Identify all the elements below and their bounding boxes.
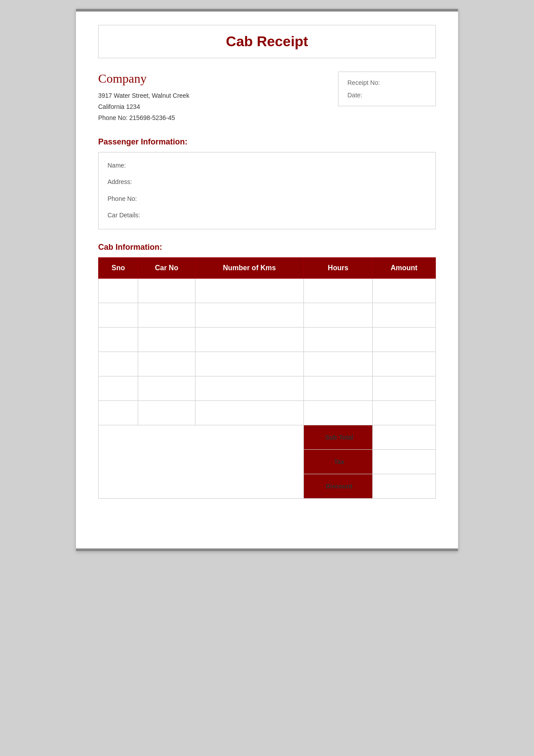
company-address-line1: 3917 Water Street, Walnut Creek [98,90,189,101]
col-header-hours: Hours [304,257,373,278]
cell-sno [99,278,138,303]
cell-carno [138,352,195,376]
receipt-no-label: Receipt No: [347,79,426,86]
cell-carno [138,278,195,303]
summary-empty-3 [99,474,304,498]
company-address-line2: California 1234 [98,101,189,112]
cell-sno [99,303,138,327]
cell-hours [304,327,373,352]
cell-hours [304,303,373,327]
table-row [99,400,436,425]
subtotal-value [372,425,435,449]
summary-empty-1 [99,425,304,449]
tax-value [372,449,435,474]
cell-kms [195,400,304,425]
passenger-phone-field: Phone No: [108,195,426,204]
bottom-border [76,548,458,551]
cab-info-section: Cab Information: Sno Car No Number of Km… [98,243,436,499]
table-header-row: Sno Car No Number of Kms Hours Amount [99,257,436,278]
discount-label: Discount [304,474,373,498]
passenger-section-header: Passenger Information: [98,137,436,147]
table-row [99,352,436,376]
cell-amount [372,278,435,303]
cell-amount [372,303,435,327]
title-box: Cab Receipt [98,25,436,58]
col-header-sno: Sno [99,257,138,278]
cell-hours [304,400,373,425]
table-row [99,278,436,303]
cell-amount [372,400,435,425]
cell-carno [138,400,195,425]
passenger-address-field: Address: [108,178,426,187]
cell-amount [372,352,435,376]
cell-carno [138,327,195,352]
page: Cab Receipt Company 3917 Water Street, W… [76,9,458,551]
cell-carno [138,376,195,400]
table-row [99,376,436,400]
discount-row: Discount [99,474,436,498]
tax-label: Tax [304,449,373,474]
cell-kms [195,376,304,400]
passenger-box: Name: Address: Phone No: Car Details: [98,152,436,229]
tax-row: Tax [99,449,436,474]
passenger-section: Passenger Information: Name: Address: Ph… [98,137,436,229]
summary-empty-2 [99,449,304,474]
cab-section-header: Cab Information: [98,243,436,252]
receipt-info-box: Receipt No: Date: [338,72,436,106]
cell-sno [99,376,138,400]
cell-sno [99,400,138,425]
cell-sno [99,327,138,352]
cell-kms [195,327,304,352]
table-row [99,303,436,327]
cell-kms [195,303,304,327]
col-header-carno: Car No [138,257,195,278]
table-row [99,327,436,352]
col-header-kms: Number of Kms [195,257,304,278]
cell-amount [372,327,435,352]
cell-hours [304,352,373,376]
subtotal-row: Sub Total [99,425,436,449]
cell-hours [304,376,373,400]
cell-sno [99,352,138,376]
company-name: Company [98,72,189,86]
company-info: Company 3917 Water Street, Walnut Creek … [98,72,189,124]
company-phone: Phone No: 215698-5236-45 [98,112,189,124]
cell-hours [304,278,373,303]
content: Cab Receipt Company 3917 Water Street, W… [76,12,458,525]
company-section: Company 3917 Water Street, Walnut Creek … [98,72,436,124]
cell-kms [195,278,304,303]
page-title: Cab Receipt [108,33,426,50]
passenger-name-field: Name: [108,161,426,170]
cell-kms [195,352,304,376]
cell-carno [138,303,195,327]
date-label: Date: [347,92,426,99]
subtotal-label: Sub Total [304,425,373,449]
cell-amount [372,376,435,400]
cab-table: Sno Car No Number of Kms Hours Amount [98,257,436,499]
discount-value [372,474,435,498]
col-header-amount: Amount [372,257,435,278]
passenger-car-details-field: Car Details: [108,211,426,220]
